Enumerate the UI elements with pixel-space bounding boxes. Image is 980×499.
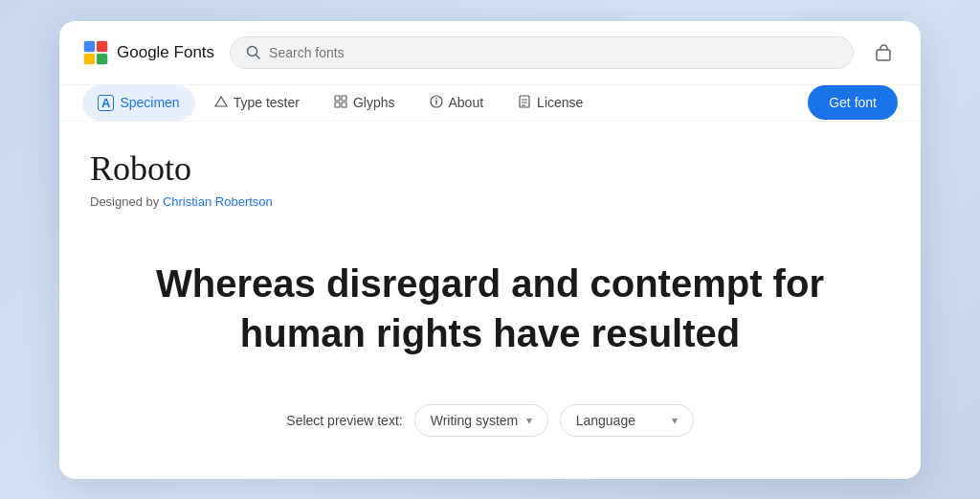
- search-bar[interactable]: [230, 36, 854, 69]
- writing-system-dropdown[interactable]: Writing system ▾: [414, 404, 548, 437]
- specimen-icon: A: [98, 95, 114, 111]
- writing-system-chevron-icon: ▾: [526, 414, 532, 427]
- svg-rect-6: [877, 50, 890, 60]
- svg-rect-1: [97, 40, 107, 51]
- get-font-button[interactable]: Get font: [808, 85, 898, 120]
- svg-rect-8: [335, 96, 340, 101]
- shopping-bag-button[interactable]: [869, 38, 898, 67]
- logo-area: Google Fonts: [82, 39, 214, 66]
- tab-specimen[interactable]: A Specimen: [82, 85, 195, 121]
- svg-rect-10: [335, 102, 340, 107]
- svg-marker-7: [215, 97, 227, 106]
- font-title: Roboto: [90, 148, 890, 189]
- svg-rect-3: [97, 53, 107, 63]
- glyphs-icon: [334, 95, 347, 111]
- main-window: Google Fonts A Specimen: [59, 21, 921, 479]
- tab-glyphs-label: Glyphs: [353, 95, 395, 110]
- type-tester-icon: [214, 95, 228, 111]
- shopping-bag-icon: [873, 42, 894, 63]
- language-label: Language: [576, 413, 635, 428]
- tab-glyphs[interactable]: Glyphs: [319, 85, 411, 121]
- svg-rect-2: [84, 53, 95, 63]
- logo-text: Google Fonts: [117, 43, 214, 62]
- svg-rect-11: [342, 102, 346, 107]
- google-fonts-logo-icon: [82, 39, 109, 66]
- language-dropdown[interactable]: Language ▾: [560, 404, 694, 437]
- designer-line: Designed by Christian Robertson: [90, 194, 890, 209]
- svg-line-5: [256, 55, 260, 58]
- language-chevron-icon: ▾: [672, 414, 678, 427]
- select-label: Select preview text:: [286, 413, 402, 428]
- designer-link[interactable]: Christian Robertson: [163, 194, 273, 209]
- svg-rect-9: [342, 96, 346, 101]
- select-row: Select preview text: Writing system ▾ La…: [90, 404, 890, 460]
- tab-specimen-label: Specimen: [120, 95, 179, 110]
- svg-point-14: [435, 98, 436, 99]
- writing-system-label: Writing system: [431, 413, 519, 428]
- tab-license[interactable]: License: [502, 85, 598, 121]
- tabs-left: A Specimen Type tester Glyp: [82, 85, 598, 121]
- tab-type-tester[interactable]: Type tester: [199, 85, 315, 121]
- content-area: Roboto Designed by Christian Robertson W…: [59, 122, 921, 479]
- top-bar: Google Fonts: [59, 21, 921, 85]
- svg-rect-0: [84, 40, 95, 51]
- license-icon: [518, 95, 531, 111]
- tab-type-tester-label: Type tester: [234, 95, 300, 110]
- designer-prefix: Designed by: [90, 194, 159, 209]
- tab-about[interactable]: About: [414, 85, 500, 121]
- search-input[interactable]: [269, 45, 837, 60]
- preview-text: Whereas disregard and contempt for human…: [90, 239, 890, 397]
- nav-tabs: A Specimen Type tester Glyp: [59, 85, 921, 122]
- search-icon: [246, 45, 261, 60]
- about-icon: [430, 95, 443, 111]
- tab-license-label: License: [537, 95, 583, 110]
- tab-about-label: About: [449, 95, 484, 110]
